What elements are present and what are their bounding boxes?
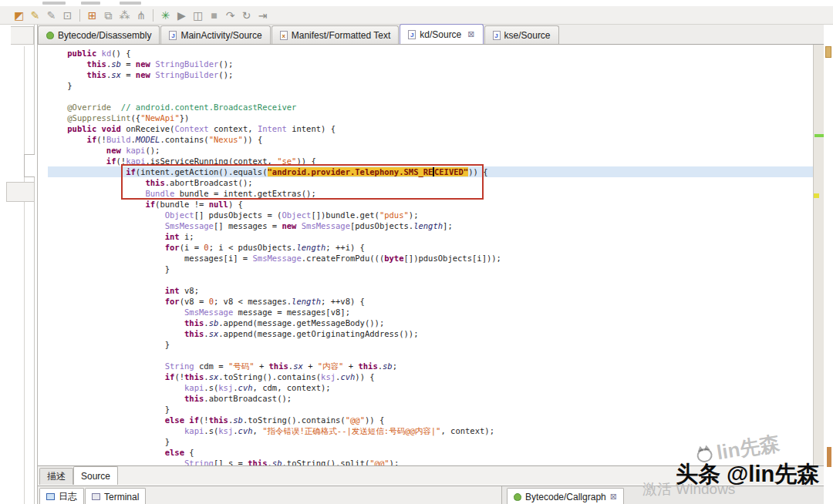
code-editor[interactable]: public kd() { this.sb = new StringBuilde… [38, 45, 824, 465]
toolbar-separator [79, 9, 80, 22]
code-line[interactable]: this.abortBroadcast(); [48, 393, 813, 404]
code-line[interactable]: this.sb.append(message.getMessageBody())… [48, 318, 813, 328]
screenshot-root: { "toolbar": { "icons": [ {"name":"datab… [0, 0, 833, 504]
edge-artifact [827, 447, 831, 467]
collapsed-view-tab[interactable] [6, 182, 35, 202]
tab-label: Bytecode/Callgraph [525, 492, 606, 502]
left-panel-stub[interactable] [11, 26, 34, 45]
code-line[interactable] [48, 350, 813, 361]
titlebar-text-fragment [81, 2, 100, 5]
tab-label: MainActivity/Source [180, 30, 261, 41]
tab-terminal[interactable]: Terminal [85, 488, 146, 504]
code-line[interactable]: } [48, 404, 813, 415]
code-line[interactable]: public void onReceive(Context context, I… [48, 123, 813, 134]
database-icon[interactable]: ◩ [11, 8, 27, 23]
close-icon[interactable]: ⊠ [467, 29, 474, 39]
code-line[interactable] [48, 91, 813, 102]
code-line[interactable]: @SuppressLint({"NewApi"}) [48, 113, 813, 123]
toolbar: ◩✎✎⊡⊞⧉⁂⋔✳▶◫■↷↻⇥ [0, 6, 833, 25]
code-line[interactable]: String cdm = "号码" + this.sx + "内容" + thi… [48, 361, 813, 371]
java-icon: J [169, 31, 177, 40]
tab-label: 日志 [59, 490, 77, 503]
code-line[interactable]: } [48, 339, 813, 350]
edge-artifact [825, 46, 831, 58]
collapsed-view-tab[interactable] [24, 154, 35, 177]
tab-label: Bytecode/Disassembly [58, 30, 151, 41]
code-line[interactable]: Object[] pdusObjects = (Object[])bundle.… [48, 210, 813, 220]
tab-log[interactable]: 日志 [39, 488, 84, 504]
code-line[interactable]: } [48, 264, 813, 274]
run-icon[interactable]: ▶ [174, 8, 190, 23]
tab-bytecode-callgraph[interactable]: Bytecode/Callgraph ⊠ [507, 488, 624, 504]
step-over-icon[interactable]: ↷ [222, 8, 238, 23]
subtab-source[interactable]: Source [73, 466, 118, 485]
overview-ruler[interactable] [813, 45, 824, 465]
panel-divider [24, 46, 25, 504]
code-line[interactable]: public kd() { [48, 48, 813, 59]
titlebar-text-fragment [42, 2, 66, 5]
tab-manifest-formatted-text[interactable]: xManifest/Formatted Text [271, 25, 400, 44]
step-into-icon[interactable]: ⇥ [255, 8, 271, 23]
titlebar-remnant [0, 0, 833, 6]
code-line[interactable]: } [48, 80, 813, 91]
document-tabbar: Bytecode/DisassemblyJMainActivity/Source… [38, 25, 824, 45]
code-line[interactable]: messages[i] = SmsMessage.createFromPdu((… [48, 253, 813, 264]
code-line[interactable]: kapi.s(ksj.cvh, cdm, context); [48, 382, 813, 393]
code-line[interactable]: @Override // android.content.BroadcastRe… [48, 102, 813, 113]
save-doc-icon[interactable]: ⊡ [59, 8, 76, 23]
debug-icon[interactable]: ✳ [157, 8, 174, 23]
code-line[interactable]: if(bundle != null) { [48, 199, 813, 210]
code-line[interactable]: this.sx.append(message.getOriginatingAdd… [48, 328, 813, 339]
annotate-icon[interactable]: ✎ [27, 8, 43, 23]
tab-label: kse/Source [504, 30, 551, 41]
tab-bytecode-disassembly[interactable]: Bytecode/Disassembly [38, 25, 160, 44]
refresh-icon[interactable]: ↻ [238, 8, 255, 23]
code-line[interactable]: new kapi(); [48, 145, 813, 156]
close-icon[interactable]: ⊠ [610, 492, 617, 502]
code-line[interactable]: kapi.s(ksj.cvh, "指令错误!正确格式--|发送短信:号码@@内容… [48, 425, 813, 436]
code-line[interactable]: this.abortBroadcast(); [48, 177, 813, 188]
code-line[interactable]: if(intent.getAction().equals("android.pr… [48, 166, 813, 177]
left-collapsed-panel [0, 25, 37, 504]
grid-icon[interactable]: ⊞ [84, 8, 100, 23]
code-line[interactable] [48, 274, 813, 285]
code-line[interactable]: this.sb = new StringBuilder(); [48, 59, 813, 69]
toutiao-watermark: 头条 @lin先森 [676, 459, 819, 490]
ruler-marker-yellow[interactable] [814, 193, 819, 198]
code-line[interactable]: for(v8 = 0; v8 < messages.length; ++v8) … [48, 296, 813, 307]
code-line[interactable]: this.sx = new StringBuilder(); [48, 69, 813, 80]
code-line[interactable]: int i; [48, 231, 813, 242]
group-icon[interactable]: ⁂ [116, 8, 133, 23]
code-line[interactable]: int v8; [48, 285, 813, 296]
code-line[interactable]: if(!Build.MODEL.contains("Nexus")) { [48, 134, 813, 145]
frames-icon[interactable]: ◫ [190, 8, 206, 23]
edit-icon[interactable]: ✎ [43, 8, 59, 23]
titlebar-text-fragment [120, 2, 141, 5]
android-icon [46, 32, 54, 39]
code-area[interactable]: public kd() { this.sb = new StringBuilde… [38, 45, 813, 465]
xml-icon: x [280, 31, 288, 40]
tab-mainactivity-source[interactable]: JMainActivity/Source [160, 25, 270, 44]
tab-kd-source[interactable]: Jkd/Source⊠ [400, 24, 483, 44]
code-line[interactable]: else if(!this.sb.toString().contains("@@… [48, 415, 813, 425]
stop-icon[interactable]: ■ [206, 8, 222, 23]
hierarchy-icon[interactable]: ⋔ [133, 8, 149, 23]
code-line[interactable]: if(!this.sx.toString().contains(ksj.cvh)… [48, 371, 813, 382]
cascade-windows-icon[interactable]: ⧉ [100, 8, 116, 23]
code-line[interactable]: SmsMessage message = messages[v8]; [48, 307, 813, 318]
log-terminal-panel: 日志Terminal [38, 486, 502, 504]
code-line[interactable]: SmsMessage[] messages = new SmsMessage[p… [48, 220, 813, 231]
tab-kse-source[interactable]: Jkse/Source [484, 25, 559, 44]
code-line[interactable]: Bundle bundle = intent.getExtras(); [48, 188, 813, 199]
code-line[interactable]: for(i = 0; i < pdusObjects.length; ++i) … [48, 242, 813, 253]
code-line[interactable]: if(!kapi.isServiceRunning(context, "se")… [48, 156, 813, 166]
main-window: Bytecode/DisassemblyJMainActivity/Source… [37, 25, 823, 504]
console-icon [46, 493, 55, 500]
java-icon: J [408, 30, 416, 39]
terminal-icon [92, 493, 100, 500]
panel-divider[interactable] [34, 25, 35, 504]
ruler-marker-green[interactable] [814, 134, 824, 137]
toolbar-separator [153, 9, 153, 22]
java-icon: J [493, 31, 501, 40]
subtab-描述[interactable]: 描述 [39, 468, 73, 485]
